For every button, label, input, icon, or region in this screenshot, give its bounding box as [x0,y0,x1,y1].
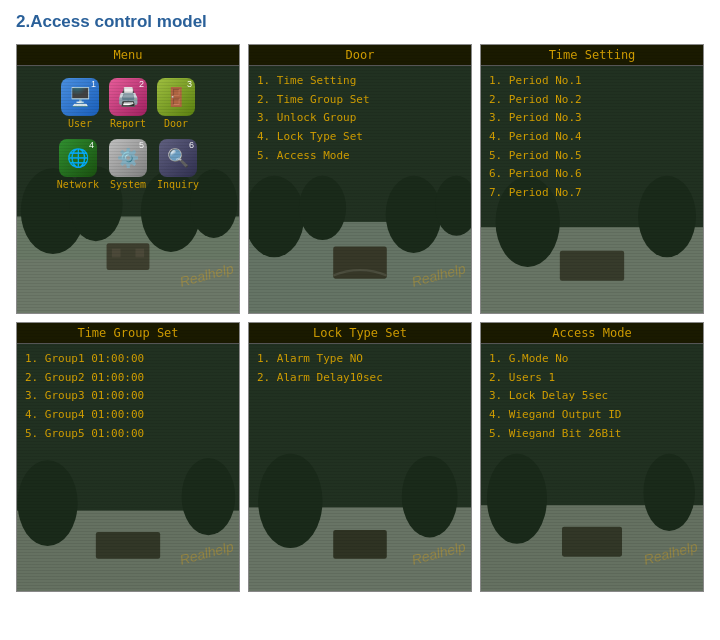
lts-content: 1. Alarm Type NO 2. Alarm Delay10sec [249,344,471,393]
door-item-2: 2. Time Group Set [257,91,463,110]
door-item-5: 5. Access Mode [257,147,463,166]
icon-num-2: 2 [139,79,144,89]
svg-point-35 [643,454,694,531]
user-icon: 1 🖥️ [61,78,99,116]
lock-type-set-screen: Lock Type Set 1. Alarm Type NO 2. Alarm … [248,322,472,592]
menu-row-1: 1 🖥️ User 2 🖨️ Report [61,78,195,129]
am-content: 1. G.Mode No 2. Users 1 3. Lock Delay 5s… [481,344,703,449]
svg-rect-36 [562,527,622,557]
am-item-5: 5. Wiegand Bit 26Bit [489,425,695,444]
tgs-item-2: 2. Group2 01:00:00 [25,369,231,388]
ts-item-7: 7. Period No.7 [489,184,695,203]
tgs-item-3: 3. Group3 01:00:00 [25,387,231,406]
svg-point-29 [258,454,322,548]
am-item-4: 4. Wiegand Output ID [489,406,695,425]
report-icon: 2 🖨️ [109,78,147,116]
menu-item-door[interactable]: 3 🚪 Door [157,78,195,129]
network-label: Network [57,179,99,190]
door-icon: 3 🚪 [157,78,195,116]
inquiry-icon: 6 🔍 [159,139,197,177]
tgs-item-4: 4. Group4 01:00:00 [25,406,231,425]
ts-item-2: 2. Period No.2 [489,91,695,110]
menu-item-user[interactable]: 1 🖥️ User [61,78,99,129]
icon-num-1: 1 [91,79,96,89]
door-screen: Door 1. Time Setting 2. Time Group Set 3… [248,44,472,314]
tgs-item-1: 1. Group1 01:00:00 [25,350,231,369]
svg-rect-26 [96,532,160,559]
am-item-2: 2. Users 1 [489,369,695,388]
svg-rect-21 [560,251,624,281]
time-setting-title: Time Setting [481,45,703,66]
access-mode-screen: Access Mode 1. G.Mode No 2. Users 1 3. L… [480,322,704,592]
door-title: Door [249,45,471,66]
ts-item-5: 5. Period No.5 [489,147,695,166]
icon-num-3: 3 [187,79,192,89]
system-icon: 5 ⚙️ [109,139,147,177]
page-title: 2.Access control model [16,12,704,32]
svg-point-13 [299,176,346,240]
am-item-1: 1. G.Mode No [489,350,695,369]
menu-item-system[interactable]: 5 ⚙️ System [109,139,147,190]
ts-item-6: 6. Period No.6 [489,165,695,184]
report-label: Report [110,118,146,129]
menu-item-inquiry[interactable]: 6 🔍 Inquiry [157,139,199,190]
menu-item-report[interactable]: 2 🖨️ Report [109,78,147,129]
time-setting-content: 1. Period No.1 2. Period No.2 3. Period … [481,66,703,209]
user-label: User [68,118,92,129]
door-item-4: 4. Lock Type Set [257,128,463,147]
svg-rect-31 [333,530,387,559]
system-label: System [110,179,146,190]
ts-item-3: 3. Period No.3 [489,109,695,128]
ts-item-4: 4. Period No.4 [489,128,695,147]
menu-title: Menu [17,45,239,66]
door-label: Door [164,118,188,129]
tgs-item-5: 5. Group5 01:00:00 [25,425,231,444]
svg-rect-8 [112,249,121,258]
icon-num-6: 6 [189,140,194,150]
svg-point-14 [386,176,442,253]
screen-grid: Menu 1 🖥️ User 2 🖨️ [16,44,704,592]
lts-item-1: 1. Alarm Type NO [257,350,463,369]
tgs-content: 1. Group1 01:00:00 2. Group2 01:00:00 3.… [17,344,239,449]
network-icon: 4 🌐 [59,139,97,177]
door-item-3: 3. Unlock Group [257,109,463,128]
inquiry-label: Inquiry [157,179,199,190]
menu-item-network[interactable]: 4 🌐 Network [57,139,99,190]
lts-item-2: 2. Alarm Delay10sec [257,369,463,388]
page-container: 2.Access control model Menu [0,0,720,640]
menu-content: 1 🖥️ User 2 🖨️ Report [17,66,239,200]
svg-point-25 [182,458,236,535]
time-setting-screen: Time Setting 1. Period No.1 2. Period No… [480,44,704,314]
svg-point-30 [402,456,458,537]
icon-num-5: 5 [139,140,144,150]
door-item-1: 1. Time Setting [257,72,463,91]
time-group-set-screen: Time Group Set 1. Group1 01:00:00 2. Gro… [16,322,240,592]
menu-screen: Menu 1 🖥️ User 2 🖨️ [16,44,240,314]
menu-row-2: 4 🌐 Network 5 ⚙️ System [57,139,199,190]
svg-point-34 [487,454,547,544]
ts-item-1: 1. Period No.1 [489,72,695,91]
tgs-title: Time Group Set [17,323,239,344]
svg-point-24 [18,460,78,546]
am-item-3: 3. Lock Delay 5sec [489,387,695,406]
am-title: Access Mode [481,323,703,344]
icon-num-4: 4 [89,140,94,150]
door-content: 1. Time Setting 2. Time Group Set 3. Unl… [249,66,471,171]
lts-title: Lock Type Set [249,323,471,344]
svg-rect-16 [333,247,387,279]
svg-rect-9 [136,249,145,258]
